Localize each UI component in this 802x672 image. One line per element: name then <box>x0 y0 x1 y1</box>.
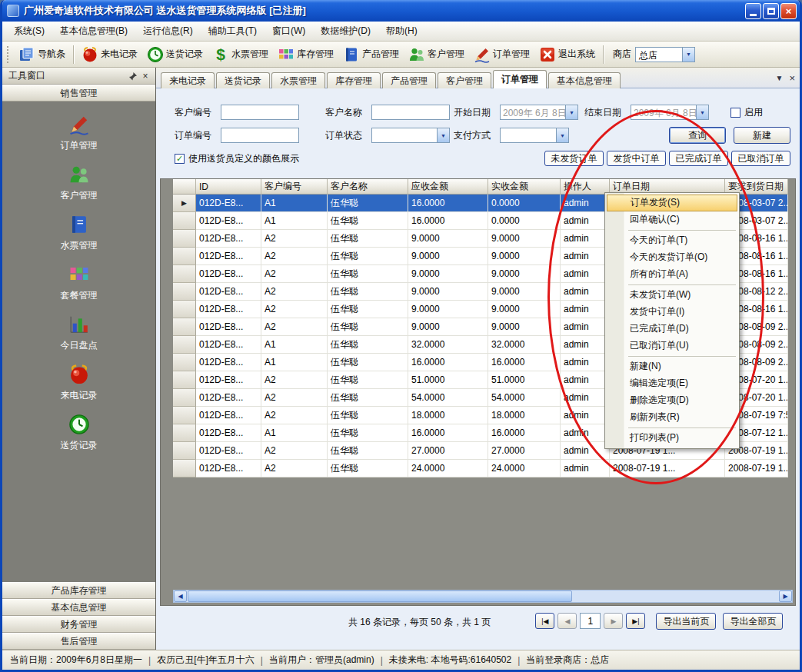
menu-run-info[interactable]: 运行信息(R) <box>136 22 200 41</box>
menu-item-new[interactable]: 新建(N) <box>607 358 737 375</box>
scrollbar-thumb[interactable] <box>188 590 572 602</box>
scroll-left-icon[interactable]: ◀ <box>174 590 187 602</box>
scroll-right-icon[interactable]: ▶ <box>779 590 792 602</box>
header-id[interactable]: ID <box>196 179 261 195</box>
cancelled-orders-button[interactable]: 已取消订单 <box>731 151 790 166</box>
tab-inventory[interactable]: 库存管理 <box>327 72 381 88</box>
chevron-down-icon[interactable]: ▼ <box>682 48 694 62</box>
color-display-checkbox[interactable]: ✓ <box>175 154 185 164</box>
pin-icon[interactable] <box>127 70 139 82</box>
tab-orders[interactable]: 订单管理 <box>493 70 547 88</box>
enable-date-checkbox[interactable] <box>730 108 740 118</box>
tab-delivery-records[interactable]: 送货记录 <box>216 72 270 88</box>
sidebar-item-delivery-records[interactable]: 送货记录 <box>61 414 98 452</box>
row-selector[interactable] <box>173 212 196 230</box>
customer-no-input[interactable] <box>221 105 299 120</box>
menu-item-cancelled-orders[interactable]: 已取消订单(U) <box>607 338 737 354</box>
menu-item-all-orders[interactable]: 所有的订单(A) <box>607 266 737 283</box>
menu-item-today-ship-orders[interactable]: 今天的发货订单(O) <box>607 249 737 266</box>
pay-method-select[interactable]: ▼ <box>500 128 569 143</box>
row-selector[interactable] <box>173 424 196 442</box>
row-selector[interactable] <box>173 248 196 265</box>
sidebar-section-after-sales[interactable]: 售后管理 <box>2 633 155 650</box>
tab-close-icon[interactable]: × <box>789 72 795 84</box>
store-select[interactable]: 总店 ▼ <box>635 47 695 62</box>
customer-name-input[interactable] <box>371 105 450 120</box>
tab-products[interactable]: 产品管理 <box>382 72 436 88</box>
menu-item-shipping-orders[interactable]: 发货中订单(I) <box>607 304 737 321</box>
row-selector[interactable] <box>173 442 196 460</box>
order-status-select[interactable]: ▼ <box>371 128 450 143</box>
prev-page-button[interactable]: ◀ <box>557 613 577 629</box>
minimize-button[interactable] <box>745 3 761 19</box>
toolbar-water-tickets[interactable]: 水票管理 <box>208 44 273 65</box>
maximize-button[interactable] <box>763 3 779 19</box>
menu-data-maintenance[interactable]: 数据维护(D) <box>314 22 378 41</box>
start-date-picker[interactable]: 2009年 6月 8日▼ <box>500 105 578 120</box>
tab-list-dropdown-icon[interactable]: ▼ <box>776 74 784 82</box>
toolbar-orders[interactable]: 订单管理 <box>469 44 534 65</box>
chevron-down-icon[interactable]: ▼ <box>437 128 449 142</box>
first-page-button[interactable]: |◀ <box>535 613 554 629</box>
menu-item-unshipped-orders[interactable]: 未发货订单(W) <box>607 287 737 304</box>
menu-basic-info[interactable]: 基本信息管理(B) <box>53 22 135 41</box>
sidebar-item-package-mgmt[interactable]: 套餐管理 <box>61 264 98 302</box>
menu-aux-tools[interactable]: 辅助工具(T) <box>201 22 264 41</box>
sidebar-item-water-ticket-mgmt[interactable]: 水票管理 <box>61 214 98 252</box>
end-date-picker[interactable]: 2009年 6月 8日▼ <box>631 105 709 120</box>
next-page-button[interactable]: ▶ <box>604 613 623 629</box>
toolbar-delivery-records[interactable]: 送货记录 <box>142 44 208 65</box>
row-selector[interactable] <box>173 460 196 477</box>
table-row[interactable]: 012D-E8...A2伍华聪24.000024.0000admin2008-0… <box>173 460 788 477</box>
row-selector[interactable] <box>173 407 196 424</box>
chevron-down-icon[interactable]: ▼ <box>696 105 708 119</box>
order-no-input[interactable] <box>221 128 299 143</box>
sidebar-item-order-mgmt[interactable]: 订单管理 <box>61 114 98 152</box>
chevron-down-icon[interactable]: ▼ <box>556 128 568 142</box>
sidebar-section-product-inventory[interactable]: 产品库存管理 <box>2 582 155 599</box>
menu-item-receipt-confirm[interactable]: 回单确认(C) <box>607 211 737 228</box>
header-operator[interactable]: 操作人 <box>561 179 610 195</box>
row-selector[interactable] <box>173 371 196 389</box>
menu-item-print-list[interactable]: 打印列表(P) <box>607 430 737 447</box>
menu-item-edit-selected[interactable]: 编辑选定项(E) <box>607 375 737 392</box>
row-selector[interactable] <box>173 265 196 283</box>
row-selector[interactable] <box>173 318 196 336</box>
tab-water-tickets[interactable]: 水票管理 <box>271 72 325 88</box>
row-selector[interactable] <box>173 336 196 354</box>
sidebar-section-finance[interactable]: 财务管理 <box>2 616 155 633</box>
unshipped-orders-button[interactable]: 未发货订单 <box>544 151 604 166</box>
row-selector[interactable]: ▶ <box>173 195 196 212</box>
query-button[interactable]: 查询 <box>669 127 726 144</box>
row-selector[interactable] <box>173 301 196 318</box>
toolbar-customers[interactable]: 客户管理 <box>404 44 469 65</box>
sidebar-item-customer-mgmt[interactable]: 客户管理 <box>61 164 98 202</box>
sidebar-item-today-check[interactable]: 今日盘点 <box>61 314 98 352</box>
row-selector[interactable] <box>173 389 196 407</box>
toolbar-grip[interactable] <box>7 46 10 63</box>
toolbar-exit[interactable]: 退出系统 <box>534 44 600 65</box>
menu-help[interactable]: 帮助(H) <box>379 22 424 41</box>
row-selector[interactable] <box>173 283 196 301</box>
last-page-button[interactable]: ▶| <box>626 613 645 629</box>
menu-item-completed-orders[interactable]: 已完成订单(D) <box>607 321 737 338</box>
menu-item-today-orders[interactable]: 今天的订单(T) <box>607 232 737 249</box>
menu-window[interactable]: 窗口(W) <box>265 22 312 41</box>
menu-item-refresh-list[interactable]: 刷新列表(R) <box>607 409 737 426</box>
sidebar-close-icon[interactable]: × <box>139 70 151 82</box>
export-all-pages-button[interactable]: 导出全部页 <box>723 613 783 630</box>
tab-basic-info[interactable]: 基本信息管理 <box>548 72 621 88</box>
toolbar-call-records[interactable]: 来电记录 <box>77 44 142 65</box>
header-customer-name[interactable]: 客户名称 <box>328 179 408 195</box>
page-number-input[interactable] <box>580 613 601 629</box>
menu-item-delete-selected[interactable]: 删除选定项(D) <box>607 392 737 409</box>
horizontal-scrollbar[interactable]: ◀ ▶ <box>173 590 793 603</box>
chevron-down-icon[interactable]: ▼ <box>565 105 577 119</box>
header-received[interactable]: 实收金额 <box>488 179 561 195</box>
sidebar-item-call-records[interactable]: 来电记录 <box>61 364 98 402</box>
header-receivable[interactable]: 应收金额 <box>408 179 488 195</box>
menu-system[interactable]: 系统(S) <box>7 22 52 41</box>
row-selector[interactable] <box>173 354 196 371</box>
tab-call-records[interactable]: 来电记录 <box>161 72 215 88</box>
sidebar-section-sales[interactable]: 销售管理 <box>2 85 155 101</box>
